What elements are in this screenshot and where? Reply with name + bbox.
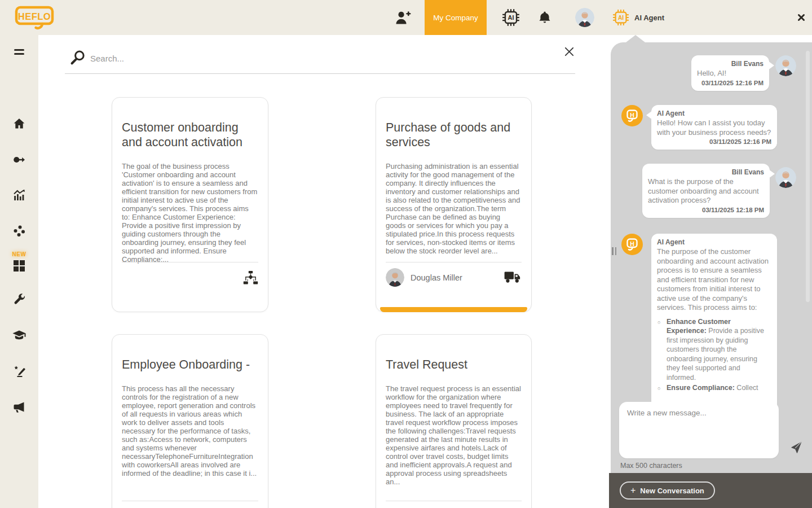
- message-author: AI Agent: [657, 238, 771, 246]
- add-person-button[interactable]: [392, 0, 414, 35]
- message-input[interactable]: [619, 402, 779, 458]
- message-text: The purpose of the customer onboarding a…: [657, 247, 771, 313]
- card-title: Customer onboarding and account activati…: [122, 120, 258, 150]
- ai-agent-panel: Bill Evans Hello, AI! 03/11/2025 12:16 P…: [609, 35, 812, 508]
- card-owner: Douglas Miller: [386, 268, 462, 287]
- message-text: Hello, AI!: [697, 69, 764, 78]
- my-company-button[interactable]: My Company: [425, 0, 487, 35]
- chat-message-user: Bill Evans Hello, AI! 03/11/2025 12:16 P…: [691, 55, 769, 91]
- max-chars-hint: Max 500 characters: [620, 462, 682, 470]
- close-icon[interactable]: [794, 0, 809, 35]
- user-avatar: [775, 167, 796, 188]
- search-close-icon[interactable]: [563, 45, 576, 58]
- svg-text:AI: AI: [618, 15, 624, 21]
- svg-text:HEFLO: HEFLO: [18, 11, 51, 21]
- ai-agent-avatar: H: [621, 105, 643, 126]
- process-card-purchase-goods[interactable]: Purchase of goods and services Purchasin…: [376, 97, 532, 312]
- search-input[interactable]: [90, 49, 485, 68]
- message-timestamp: 03/11/2025 12:16 PM: [697, 80, 764, 86]
- process-card-customer-onboarding[interactable]: Customer onboarding and account activati…: [112, 97, 268, 312]
- process-card-travel-request[interactable]: Travel Request The travel request proces…: [376, 334, 532, 508]
- chat-panel-tail: [626, 35, 645, 42]
- sidebar-item-home[interactable]: [0, 117, 38, 130]
- sidebar: NEW: [0, 35, 38, 508]
- message-timestamp: 03/11/2025 12:16 PM: [657, 138, 771, 145]
- sidebar-item-cluster[interactable]: [0, 224, 38, 238]
- ai-agent-toggle[interactable]: AI AI Agent: [612, 0, 664, 35]
- user-avatar: [775, 55, 796, 76]
- plus-icon: +: [630, 486, 636, 495]
- chat-panel-body: Bill Evans Hello, AI! 03/11/2025 12:16 P…: [611, 42, 812, 508]
- bullet-item: Ensure Compliance: Collect: [657, 383, 771, 393]
- notifications-bell-icon[interactable]: [536, 0, 553, 35]
- message-timestamp: 03/11/2025 12:18 PM: [648, 207, 764, 213]
- card-divider: [386, 501, 522, 501]
- search-underline: [65, 73, 575, 74]
- sidebar-item-signature[interactable]: [0, 365, 38, 378]
- chat-message-ai: AI Agent Hello! How can I assist you tod…: [651, 105, 777, 150]
- card-description: The goal of the business process 'Custom…: [122, 162, 258, 264]
- message-text: Hello! How can I assist you today with y…: [657, 119, 771, 137]
- owner-name: Douglas Miller: [411, 273, 462, 282]
- owner-avatar: [386, 268, 404, 287]
- chat-footer: + New Conversation: [609, 473, 812, 508]
- new-badge: NEW: [0, 251, 38, 257]
- new-conversation-label: New Conversation: [640, 487, 704, 495]
- svg-text:AI: AI: [508, 14, 514, 21]
- bullet-item: Enhance Customer Experience: Provide a p…: [657, 317, 771, 383]
- top-bar: HEFLO My Company AI: [0, 0, 812, 35]
- card-accent-bar: [380, 307, 527, 312]
- message-author: AI Agent: [657, 110, 771, 117]
- sidebar-item-analytics[interactable]: [0, 189, 38, 202]
- svg-text:H: H: [630, 240, 634, 247]
- truck-icon: [504, 270, 522, 284]
- heflo-logo[interactable]: HEFLO: [15, 5, 55, 32]
- chat-message-user: Bill Evans What is the purpose of the cu…: [642, 164, 770, 218]
- card-divider: [386, 262, 522, 262]
- workflow-diagram-icon: [243, 270, 258, 285]
- chat-scrollbar[interactable]: [806, 51, 810, 302]
- sidebar-item-announcements[interactable]: [0, 400, 38, 414]
- send-icon[interactable]: [789, 441, 802, 454]
- card-description: The travel request process is an essenti…: [386, 384, 522, 486]
- search-icon: [70, 50, 86, 67]
- sidebar-item-process[interactable]: [0, 153, 38, 167]
- message-bullet-list: Enhance Customer Experience: Provide a p…: [657, 317, 771, 393]
- card-title: Travel Request: [386, 357, 522, 372]
- card-divider: [122, 501, 258, 501]
- ai-agent-avatar: H: [621, 234, 643, 255]
- card-description: Purchasing administration is an essentia…: [386, 162, 522, 255]
- panel-resize-handle[interactable]: [612, 247, 616, 255]
- card-title: Employee Onboarding -: [122, 357, 258, 372]
- message-author: Bill Evans: [697, 60, 764, 68]
- message-text: What is the purpose of the customer onbo…: [648, 177, 764, 205]
- svg-text:H: H: [630, 112, 634, 119]
- message-author: Bill Evans: [648, 168, 764, 176]
- card-description: This process has all the necessary contr…: [122, 384, 258, 478]
- process-card-employee-onboarding[interactable]: Employee Onboarding - This process has a…: [112, 334, 268, 508]
- new-conversation-button[interactable]: + New Conversation: [620, 481, 715, 500]
- ai-chip-button[interactable]: AI: [501, 0, 520, 35]
- ai-agent-chip-icon: AI: [612, 9, 629, 26]
- sidebar-item-tools-wrench[interactable]: [0, 292, 38, 306]
- card-divider: [122, 262, 258, 262]
- user-avatar[interactable]: [575, 8, 594, 27]
- card-title: Purchase of goods and services: [386, 120, 522, 150]
- sidebar-item-apps-grid[interactable]: [0, 260, 38, 272]
- menu-toggle-icon[interactable]: [0, 49, 38, 56]
- ai-agent-label: AI Agent: [634, 14, 664, 22]
- sidebar-item-academy[interactable]: [0, 329, 38, 342]
